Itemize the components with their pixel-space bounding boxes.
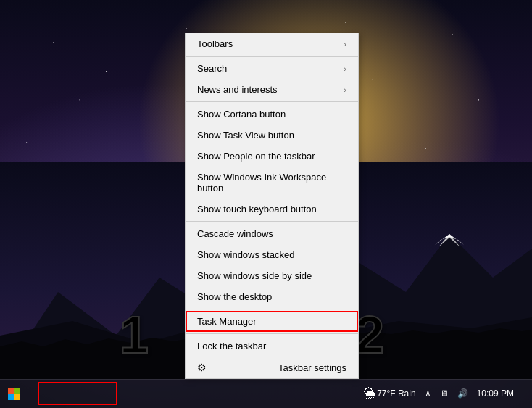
- chevron-up-icon: ∧: [425, 388, 431, 399]
- menu-item-search[interactable]: Search ›: [186, 58, 358, 79]
- submenu-arrow-toolbars: ›: [344, 40, 346, 49]
- menu-item-taskmanager[interactable]: Task Manager: [186, 311, 358, 332]
- tray-chevron[interactable]: ∧: [422, 388, 434, 399]
- windows-logo-icon: [8, 388, 21, 401]
- menu-item-settings-label: Taskbar settings: [278, 362, 346, 373]
- menu-item-people[interactable]: Show People on the taskbar: [186, 146, 358, 167]
- menu-item-toolbars-label: Toolbars: [197, 38, 233, 49]
- menu-item-lock[interactable]: Lock the taskbar: [186, 336, 358, 357]
- menu-item-touch-label: Show touch keyboard button: [197, 204, 317, 215]
- tray-volume[interactable]: 🔊: [454, 388, 471, 399]
- separator-4: [186, 309, 358, 309]
- tray-network[interactable]: 🖥: [437, 388, 452, 399]
- clock[interactable]: 10:09 PM: [474, 388, 517, 399]
- menu-item-taskview[interactable]: Show Task View button: [186, 125, 358, 146]
- menu-item-people-label: Show People on the taskbar: [197, 151, 315, 162]
- separator-2: [186, 101, 358, 102]
- svg-rect-11: [8, 394, 14, 400]
- network-icon: 🖥: [440, 388, 449, 399]
- menu-item-ink-label: Show Windows Ink Workspace button: [197, 172, 346, 193]
- volume-icon: 🔊: [457, 388, 468, 399]
- menu-item-touch[interactable]: Show touch keyboard button: [186, 199, 358, 220]
- svg-rect-12: [14, 394, 20, 400]
- time-display: 10:09 PM: [477, 388, 514, 399]
- separator-5: [186, 333, 358, 334]
- menu-item-cortana[interactable]: Show Cortana button: [186, 104, 358, 125]
- submenu-arrow-news: ›: [344, 86, 346, 94]
- separator-1: [186, 56, 358, 57]
- menu-item-news-label: News and interests: [197, 84, 278, 95]
- menu-item-lock-label: Lock the taskbar: [197, 341, 266, 351]
- gear-icon: ⚙: [197, 362, 207, 373]
- weather-icon: 🌦: [364, 387, 375, 400]
- menu-item-toolbars[interactable]: Toolbars ›: [186, 33, 358, 54]
- label-number-2: 2: [355, 305, 384, 365]
- svg-rect-9: [8, 388, 14, 394]
- taskbar: 🌦 77°F Rain ∧ 🖥 🔊 10:09 PM: [0, 379, 532, 408]
- weather-widget[interactable]: 🌦 77°F Rain: [361, 387, 419, 400]
- menu-item-stacked[interactable]: Show windows stacked: [186, 244, 358, 265]
- weather-text: 77°F Rain: [377, 388, 416, 399]
- context-menu: Toolbars › Search › News and interests ›…: [185, 33, 359, 379]
- menu-item-cascade-label: Cascade windows: [197, 228, 273, 239]
- start-button[interactable]: [0, 380, 29, 409]
- system-tray: 🌦 77°F Rain ∧ 🖥 🔊 10:09 PM: [361, 379, 532, 408]
- menu-item-sidebyside[interactable]: Show windows side by side: [186, 265, 358, 286]
- menu-item-taskview-label: Show Task View button: [197, 130, 294, 141]
- taskbar-search-highlight: [38, 382, 117, 405]
- separator-3: [186, 221, 358, 222]
- menu-item-stacked-label: Show windows stacked: [197, 249, 294, 260]
- submenu-arrow-search: ›: [344, 64, 346, 73]
- menu-item-news[interactable]: News and interests ›: [186, 79, 358, 100]
- menu-item-sidebyside-label: Show windows side by side: [197, 270, 312, 281]
- menu-item-cortana-label: Show Cortana button: [197, 109, 286, 120]
- svg-rect-10: [14, 388, 20, 394]
- menu-item-cascade[interactable]: Cascade windows: [186, 223, 358, 244]
- label-number-1: 1: [120, 305, 149, 365]
- menu-item-settings[interactable]: ⚙ Taskbar settings: [186, 357, 358, 378]
- menu-item-search-label: Search: [197, 63, 227, 74]
- menu-item-showdesktop-label: Show the desktop: [197, 291, 272, 302]
- menu-item-ink[interactable]: Show Windows Ink Workspace button: [186, 167, 358, 199]
- menu-item-showdesktop[interactable]: Show the desktop: [186, 286, 358, 307]
- menu-item-taskmanager-label: Task Manager: [197, 316, 257, 327]
